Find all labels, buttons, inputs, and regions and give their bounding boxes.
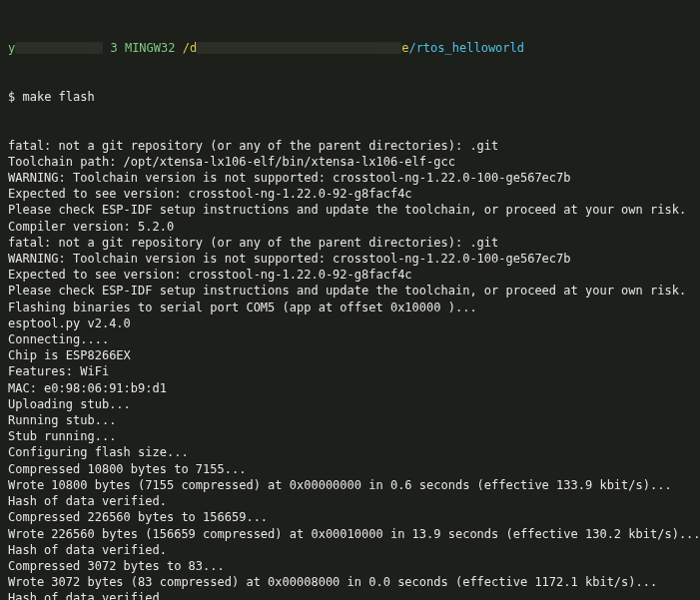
output-line: fatal: not a git repository (or any of t… (8, 235, 692, 251)
prompt-dir: /rtos_helloworld (408, 41, 524, 55)
output-line: Uploading stub... (8, 396, 692, 412)
output-line: Please check ESP-IDF setup instructions … (8, 202, 692, 218)
output-line: Compressed 226560 bytes to 156659... (8, 509, 692, 525)
output-line: Hash of data verified. (8, 493, 692, 509)
output-line: Running stub... (8, 412, 692, 428)
output-block: fatal: not a git repository (or any of t… (8, 138, 692, 600)
prompt-user: yxxxxxxxxxx 3 MINGW32 (8, 41, 176, 55)
output-line: Compressed 10800 bytes to 7155... (8, 461, 692, 477)
output-line: Hash of data verified. (8, 542, 692, 558)
prompt-path-left: /d (176, 41, 198, 55)
output-line: Wrote 226560 bytes (156659 compressed) a… (8, 526, 692, 542)
prompt-path: /dxxxxxxxxxxxxxxxxxxxxxxxxxe (176, 41, 409, 55)
prompt-line: yxxxxxxxxxx 3 MINGW32 /dxxxxxxxxxxxxxxxx… (8, 40, 692, 56)
output-line: Compiler version: 5.2.0 (8, 219, 692, 235)
output-line: Please check ESP-IDF setup instructions … (8, 283, 692, 299)
command-line: $ make flash (8, 89, 692, 105)
command-text: make flash (22, 90, 94, 104)
redacted-path: xxxxxxxxxxxxxxxxxxxxxxxxx (197, 42, 401, 54)
output-line: Chip is ESP8266EX (8, 347, 692, 363)
output-line: WARNING: Toolchain version is not suppor… (8, 251, 692, 267)
ps1: $ (8, 90, 22, 104)
output-line: Expected to see version: crosstool-ng-1.… (8, 186, 692, 202)
redacted-user: xxxxxxxxxx (15, 42, 103, 54)
output-line: Toolchain path: /opt/xtensa-lx106-elf/bi… (8, 154, 692, 170)
output-line: Hash of data verified. (8, 590, 692, 600)
prompt-user-left: y (8, 41, 15, 55)
output-line: Configuring flash size... (8, 444, 692, 460)
output-line: WARNING: Toolchain version is not suppor… (8, 170, 692, 186)
output-line: Wrote 3072 bytes (83 compressed) at 0x00… (8, 574, 692, 590)
output-line: Features: WiFi (8, 363, 692, 379)
output-line: Compressed 3072 bytes to 83... (8, 558, 692, 574)
output-line: Flashing binaries to serial port COM5 (a… (8, 300, 692, 315)
output-line: Stub running... (8, 428, 692, 444)
output-line: Wrote 10800 bytes (7155 compressed) at 0… (8, 477, 692, 493)
output-line: Connecting.... (8, 331, 692, 347)
output-line: esptool.py v2.4.0 (8, 315, 692, 331)
output-line: fatal: not a git repository (or any of t… (8, 138, 692, 154)
terminal-window[interactable]: yxxxxxxxxxx 3 MINGW32 /dxxxxxxxxxxxxxxxx… (0, 0, 700, 600)
prompt-mingw: 3 MINGW32 (110, 41, 175, 55)
output-line: Expected to see version: crosstool-ng-1.… (8, 267, 692, 283)
output-line: MAC: e0:98:06:91:b9:d1 (8, 380, 692, 396)
